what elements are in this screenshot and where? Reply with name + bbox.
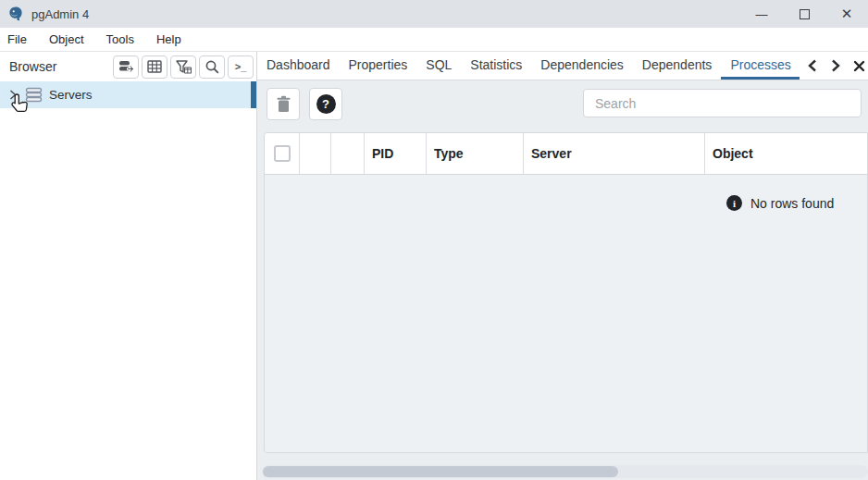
minimize-icon: — [756,7,768,21]
minimize-button[interactable]: — [740,0,783,28]
chevron-right-icon[interactable] [9,90,17,100]
grid-button[interactable] [142,55,167,79]
maximize-button[interactable] [783,0,825,28]
table-header-row: PID Type Server Object [265,133,868,175]
tree-item-servers[interactable]: Servers [0,81,256,108]
processes-table: PID Type Server Object i No rows found [264,132,868,453]
tab-sql[interactable]: SQL [416,52,461,80]
titlebar: pgAdmin 4 — ✕ [0,0,868,28]
psql-terminal-icon: >_ [235,61,247,72]
trash-icon [276,95,291,113]
tab-navigation [800,52,868,80]
browser-header: Browser [0,52,256,81]
browser-panel: Browser [0,52,257,480]
empty-state-message: No rows found [750,196,834,211]
search-objects-button[interactable] [199,55,225,79]
chevron-left-icon [808,59,817,72]
horizontal-scrollbar-track[interactable] [262,465,868,478]
scroll-tabs-left-button[interactable] [803,55,822,76]
chevron-right-icon [831,59,840,72]
tree-selection-accent [251,81,256,108]
menubar: File Object Tools Help [0,28,868,52]
close-icon [853,60,865,72]
object-grid-icon [147,60,162,73]
search-input[interactable] [583,89,862,117]
close-icon: ✕ [841,6,853,22]
header-cell-object[interactable]: Object [705,133,868,174]
info-icon: i [726,195,742,211]
delete-process-button[interactable] [267,88,300,120]
psql-tool-button[interactable]: >_ [228,55,254,79]
maximize-icon [800,9,810,19]
menu-tools[interactable]: Tools [95,28,145,51]
browser-panel-title: Browser [9,59,113,74]
tab-processes[interactable]: Processes [721,52,800,80]
header-cell-details [331,133,365,174]
select-all-checkbox[interactable] [274,145,291,162]
processes-content: ? PID Type Server Object i [257,80,868,480]
header-cell-select [265,133,300,174]
tab-statistics[interactable]: Statistics [461,52,531,80]
browser-toolbar: >_ [113,55,254,79]
empty-state: i No rows found [726,195,834,211]
tree-item-label: Servers [49,88,93,102]
table-body: i No rows found [265,175,867,453]
header-cell-server[interactable]: Server [524,133,705,174]
pgadmin-logo-icon [7,6,24,22]
tab-dependents[interactable]: Dependents [633,52,722,80]
search-objects-icon [205,59,219,74]
header-cell-type[interactable]: Type [427,133,524,174]
main-panel: Dashboard Properties SQL Statistics Depe… [257,52,868,480]
tabs-viewport: Dashboard Properties SQL Statistics Depe… [257,52,800,80]
servers-group-icon [25,87,43,103]
pgadmin-window: pgAdmin 4 — ✕ File Object Tools Help Bro… [0,0,868,480]
help-button[interactable]: ? [309,88,342,120]
filter-button[interactable] [170,55,196,79]
help-icon: ? [316,94,336,114]
header-cell-stop [300,133,331,174]
tabs-bar: Dashboard Properties SQL Statistics Depe… [257,52,868,80]
close-button[interactable]: ✕ [825,0,868,28]
filter-icon [176,60,192,74]
tab-dependencies[interactable]: Dependencies [531,52,633,80]
tab-properties[interactable]: Properties [340,52,417,80]
menu-file[interactable]: File [4,28,38,51]
tab-dashboard[interactable]: Dashboard [257,52,340,80]
close-panel-button[interactable] [849,55,868,76]
horizontal-scrollbar-thumb[interactable] [263,466,618,477]
add-server-button[interactable] [113,55,139,79]
menu-help[interactable]: Help [145,28,192,51]
header-cell-pid[interactable]: PID [365,133,427,174]
scroll-tabs-right-button[interactable] [826,55,845,76]
add-server-icon [118,59,134,74]
window-title: pgAdmin 4 [31,7,89,21]
menu-object[interactable]: Object [38,28,95,51]
